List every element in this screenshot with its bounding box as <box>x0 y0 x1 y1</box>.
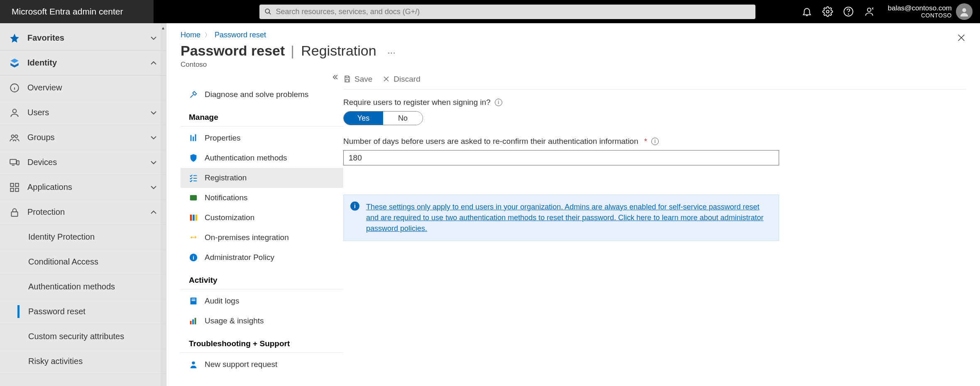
subnav-label: Registration <box>205 173 247 182</box>
svg-rect-40 <box>195 318 196 325</box>
account-text: balas@contoso.com CONTOSO <box>888 5 952 19</box>
subnav-support-request[interactable]: New support request <box>181 354 343 374</box>
subnav-customization[interactable]: Customization <box>181 208 343 228</box>
subnav-label: Notifications <box>205 193 248 202</box>
sidebar-sub-identity-protection[interactable]: Identity Protection <box>0 225 166 250</box>
search-icon <box>264 8 272 15</box>
chevron-down-icon <box>149 108 159 118</box>
sidebar-item-label: Groups <box>27 133 55 142</box>
days-label-text: Number of days before users are asked to… <box>343 137 638 146</box>
subnav-label: Administrator Policy <box>205 253 274 262</box>
sidebar-sub-conditional-access[interactable]: Conditional Access <box>0 250 166 274</box>
chart-icon <box>189 316 198 325</box>
sidebar-sub-risky-activities[interactable]: Risky activities <box>0 349 166 374</box>
breadcrumb-home[interactable]: Home <box>181 31 200 39</box>
subnav-notifications[interactable]: Notifications <box>181 188 343 208</box>
subnav-label: New support request <box>205 360 277 369</box>
subnav-registration[interactable]: Registration <box>181 168 343 188</box>
svg-rect-20 <box>11 211 17 216</box>
wrench-icon <box>189 90 198 99</box>
sidebar-sub-label: Password reset <box>28 307 86 316</box>
close-button[interactable] <box>957 32 966 45</box>
info-tooltip-icon[interactable]: i <box>495 99 502 106</box>
svg-point-0 <box>265 9 269 13</box>
lock-icon <box>9 207 20 218</box>
collapse-subnav-button[interactable] <box>331 73 339 83</box>
svg-rect-31 <box>193 215 195 221</box>
svg-rect-17 <box>15 183 19 187</box>
svg-rect-16 <box>10 183 14 187</box>
sidebar-item-applications[interactable]: Applications <box>0 175 166 200</box>
support-icon <box>189 360 198 369</box>
breadcrumb-current[interactable]: Password reset <box>215 31 266 39</box>
subnav-on-premises[interactable]: On-premises integration <box>181 228 343 248</box>
save-button[interactable]: Save <box>343 75 372 84</box>
save-label: Save <box>354 75 372 84</box>
svg-text:i: i <box>193 255 194 261</box>
chevron-up-icon <box>149 207 159 217</box>
chevron-down-icon <box>149 158 159 168</box>
subnav-activity-header: Activity <box>181 267 343 289</box>
brand-title: Microsoft Entra admin center <box>0 0 154 23</box>
subnav-label: Diagnose and solve problems <box>205 90 308 99</box>
sidebar-item-devices[interactable]: Devices <box>0 150 166 175</box>
sidebar-favorites[interactable]: Favorites <box>0 26 166 51</box>
apps-icon <box>9 182 20 193</box>
days-input[interactable] <box>343 150 779 165</box>
help-icon[interactable] <box>843 6 854 17</box>
sidebar-identity[interactable]: Identity <box>0 51 166 75</box>
subnav-diagnose[interactable]: Diagnose and solve problems <box>181 85 343 104</box>
svg-point-2 <box>826 10 829 13</box>
sidebar-item-groups[interactable]: Groups <box>0 125 166 150</box>
sidebar-item-label: Applications <box>27 182 72 192</box>
sidebar-sub-password-reset[interactable]: Password reset <box>0 299 166 324</box>
svg-rect-38 <box>190 321 192 324</box>
notifications-icon[interactable] <box>802 6 812 17</box>
svg-point-6 <box>962 8 966 12</box>
discard-button[interactable]: Discard <box>382 75 420 84</box>
more-actions-button[interactable]: ⋯ <box>387 48 396 58</box>
svg-rect-24 <box>193 136 194 141</box>
toggle-no[interactable]: No <box>383 112 423 125</box>
subnav-audit-logs[interactable]: Audit logs <box>181 291 343 311</box>
svg-rect-14 <box>17 160 19 165</box>
subnav-usage-insights[interactable]: Usage & insights <box>181 311 343 331</box>
chevron-up-icon <box>149 58 159 68</box>
sidebar-sub-label: Conditional Access <box>28 257 98 267</box>
sidebar-sub-authentication-methods[interactable]: Authentication methods <box>0 274 166 299</box>
sidebar-item-users[interactable]: Users <box>0 100 166 125</box>
search-box[interactable] <box>259 5 755 19</box>
info-circle-icon <box>9 83 20 93</box>
require-register-toggle[interactable]: Yes No <box>343 111 423 125</box>
subnav-admin-policy[interactable]: i Administrator Policy <box>181 248 343 267</box>
sidebar-sub-label: Custom security attributes <box>28 332 124 341</box>
subnav-label: Authentication methods <box>205 153 287 163</box>
sidebar-sub-label: Identity Protection <box>28 232 95 242</box>
svg-point-41 <box>192 362 195 364</box>
svg-rect-42 <box>346 76 348 78</box>
required-indicator: * <box>644 137 647 146</box>
sidebar-item-label: Overview <box>27 83 62 92</box>
info-banner: i These settings only apply to end users… <box>343 194 779 241</box>
feedback-icon[interactable] <box>864 6 875 17</box>
info-banner-link[interactable]: These settings only apply to end users i… <box>366 203 764 233</box>
account-button[interactable]: balas@contoso.com CONTOSO <box>888 3 973 20</box>
identity-icon <box>9 58 20 68</box>
info-tooltip-icon[interactable]: i <box>651 138 659 145</box>
settings-icon[interactable] <box>822 6 833 17</box>
devices-icon <box>9 157 20 168</box>
toggle-yes[interactable]: Yes <box>344 112 383 125</box>
sidebar-item-protection[interactable]: Protection <box>0 200 166 225</box>
subnav-auth-methods[interactable]: Authentication methods <box>181 148 343 168</box>
search-input[interactable] <box>276 7 750 16</box>
subnav-properties[interactable]: Properties <box>181 128 343 148</box>
sidebar-sub-label: Risky activities <box>28 357 83 366</box>
svg-rect-36 <box>191 299 195 300</box>
chevron-right-icon: 〉 <box>205 32 210 39</box>
primary-sidebar: ▲ Favorites Identity Overview <box>0 23 166 386</box>
sidebar-identity-label: Identity <box>27 58 57 68</box>
sidebar-item-overview[interactable]: Overview <box>0 75 166 100</box>
sidebar-sub-custom-security-attributes[interactable]: Custom security attributes <box>0 324 166 349</box>
command-bar: Save Discard <box>343 69 966 90</box>
sidebar-sub-label: Authentication methods <box>28 282 115 291</box>
